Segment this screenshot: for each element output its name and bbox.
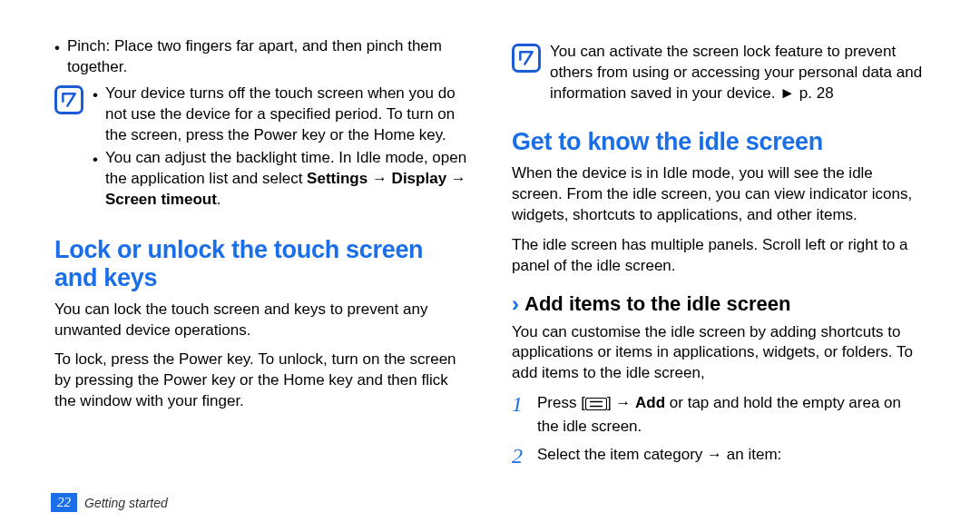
svg-rect-0 bbox=[585, 399, 606, 410]
subheading-add-items: › Add items to the idle screen bbox=[512, 291, 926, 317]
footer-section: Getting started bbox=[84, 496, 168, 510]
step1-pre: Press [ bbox=[537, 394, 585, 411]
note-icon bbox=[54, 85, 83, 114]
step-number-1: 1 bbox=[512, 393, 537, 438]
chevron-icon: › bbox=[512, 291, 519, 317]
menu-key-icon bbox=[585, 396, 607, 417]
note-icon bbox=[512, 44, 541, 73]
step-2: 2 Select the item category → an item: bbox=[512, 445, 926, 467]
bullet-pinch: • Pinch: Place two fingers far apart, an… bbox=[54, 36, 468, 78]
note-box-device: • Your device turns off the touch screen… bbox=[54, 84, 468, 212]
note-bullet-2: • You can adjust the backlight time. In … bbox=[93, 148, 468, 211]
note2-timeout: Screen timeout bbox=[105, 191, 217, 208]
step-1: 1 Press [] → Add or tap and hold the emp… bbox=[512, 393, 926, 438]
heading-lock-unlock: Lock or unlock the touch screen and keys bbox=[54, 236, 468, 292]
note2-settings: Settings bbox=[307, 170, 368, 187]
para-lock-1: You can lock the touch screen and keys t… bbox=[54, 300, 468, 341]
step2-text: Select the item category → an item: bbox=[537, 445, 926, 467]
bullet-text: Pinch: Place two fingers far apart, and … bbox=[67, 36, 468, 78]
note-box-screenlock: You can activate the screen lock feature… bbox=[512, 42, 926, 104]
page-number: 22 bbox=[51, 493, 77, 512]
heading-idle-screen: Get to know the idle screen bbox=[512, 128, 926, 156]
note-bullet-1: • Your device turns off the touch screen… bbox=[93, 84, 468, 146]
para-lock-2: To lock, press the Power key. To unlock,… bbox=[54, 350, 468, 412]
page-footer: 22 Getting started bbox=[51, 493, 168, 512]
para-add-items: You can customise the idle screen by add… bbox=[512, 322, 926, 385]
para-idle-1: When the device is in Idle mode, you wil… bbox=[512, 163, 926, 226]
note2-display: Display bbox=[392, 170, 446, 187]
bullet-dot: • bbox=[54, 36, 67, 78]
para-idle-2: The idle screen has multiple panels. Scr… bbox=[512, 235, 926, 277]
step-number-2: 2 bbox=[512, 445, 537, 467]
step1-add: Add bbox=[635, 394, 665, 411]
subheading-text: Add items to the idle screen bbox=[524, 292, 790, 316]
note-screenlock-text: You can activate the screen lock feature… bbox=[550, 42, 926, 104]
